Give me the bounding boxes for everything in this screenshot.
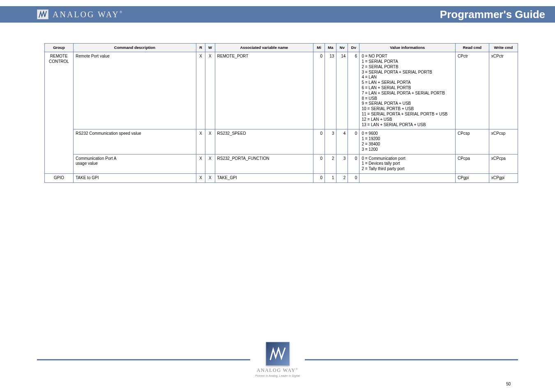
cell-mi: 0 bbox=[313, 173, 325, 182]
cell-desc: TAKE to GPI bbox=[73, 173, 196, 182]
cell-w: X bbox=[205, 173, 215, 182]
document-title: Programmer's Guide bbox=[440, 8, 545, 21]
cell-wcmd: xCPcpa bbox=[489, 154, 518, 173]
col-header-var-name: Associated variable name bbox=[215, 44, 313, 52]
cell-dv: 6 bbox=[348, 52, 359, 129]
cell-nv: 3 bbox=[336, 154, 348, 173]
footer-brand-reg: ® bbox=[295, 367, 298, 371]
col-header-nv: Nv bbox=[336, 44, 348, 52]
footer-tagline: Pioneer in Analog, Leader in Digital bbox=[255, 374, 300, 377]
cell-dv: 0 bbox=[348, 129, 359, 154]
col-header-mi: Mi bbox=[313, 44, 325, 52]
cell-wcmd: xCPcsp bbox=[489, 129, 518, 154]
cell-info: 0 = NO PORT 1 = SERIAL PORTA 2 = SERIAL … bbox=[359, 52, 456, 129]
table-row: GPIO TAKE to GPI X X TAKE_GPI 0 1 2 0 CP… bbox=[45, 173, 518, 182]
table-row: REMOTE CONTROL Remote Port value X X REM… bbox=[45, 52, 518, 129]
cell-var: RS232_SPEED bbox=[215, 129, 313, 154]
cell-rcmd: CPgpi bbox=[456, 173, 489, 182]
cell-ma: 13 bbox=[325, 52, 336, 129]
cell-rcmd: CPcsp bbox=[456, 129, 489, 154]
cell-nv: 14 bbox=[336, 52, 348, 129]
brand-registered: ® bbox=[120, 10, 122, 14]
cell-wcmd: xCPgpi bbox=[489, 173, 518, 182]
cell-nv: 4 bbox=[336, 129, 348, 154]
cell-ma: 1 bbox=[325, 173, 336, 182]
footer: ANALOG WAY® Pioneer in Analog, Leader in… bbox=[0, 342, 555, 377]
col-header-w: W bbox=[205, 44, 215, 52]
col-header-value-info: Value informations bbox=[359, 44, 456, 52]
cell-var: RS232_PORTA_FUNCTION bbox=[215, 154, 313, 173]
cell-r: X bbox=[196, 52, 205, 129]
cell-mi: 0 bbox=[313, 154, 325, 173]
cell-dv: 0 bbox=[348, 173, 359, 182]
cell-rcmd: CPctr bbox=[456, 52, 489, 129]
col-header-read-cmd: Read cmd bbox=[456, 44, 489, 52]
footer-brand-name: ANALOG WAY bbox=[257, 367, 296, 373]
cell-r: X bbox=[196, 154, 205, 173]
cell-r: X bbox=[196, 173, 205, 182]
col-header-cmd-desc: Command description bbox=[73, 44, 196, 52]
cell-dv: 0 bbox=[348, 154, 359, 173]
cell-var: REMOTE_PORT bbox=[215, 52, 313, 129]
cell-info bbox=[359, 173, 456, 182]
col-header-ma: Ma bbox=[325, 44, 336, 52]
cell-desc: Remote Port value bbox=[73, 52, 196, 129]
cell-w: X bbox=[205, 154, 215, 173]
header-bar: ANALOG WAY® Programmer's Guide bbox=[0, 6, 555, 23]
col-header-r: R bbox=[196, 44, 205, 52]
cell-wcmd: xCPctr bbox=[489, 52, 518, 129]
cell-mi: 0 bbox=[313, 52, 325, 129]
cell-desc: Communication Port A usage value bbox=[73, 154, 196, 173]
cell-var: TAKE_GPI bbox=[215, 173, 313, 182]
cell-ma: 3 bbox=[325, 129, 336, 154]
footer-logo-icon bbox=[266, 342, 290, 366]
col-header-group: Group bbox=[45, 44, 74, 52]
cell-w: X bbox=[205, 52, 215, 129]
table-row: RS232 Communication speed value X X RS23… bbox=[45, 129, 518, 154]
cell-mi: 0 bbox=[313, 129, 325, 154]
page-number: 50 bbox=[506, 382, 511, 386]
brand-logo-icon bbox=[37, 9, 48, 19]
footer-rule-left bbox=[37, 359, 250, 360]
content-area: Group Command description R W Associated… bbox=[0, 23, 555, 183]
cell-w: X bbox=[205, 129, 215, 154]
cell-group: GPIO bbox=[45, 173, 74, 182]
cell-rcmd: CPcpa bbox=[456, 154, 489, 173]
col-header-write-cmd: Write cmd bbox=[489, 44, 518, 52]
cell-group: REMOTE CONTROL bbox=[45, 52, 74, 174]
footer-rule-right bbox=[305, 359, 518, 360]
brand-name: ANALOG WAY bbox=[53, 10, 120, 19]
table-header-row: Group Command description R W Associated… bbox=[45, 44, 518, 52]
cell-desc: RS232 Communication speed value bbox=[73, 129, 196, 154]
cell-nv: 2 bbox=[336, 173, 348, 182]
footer-logo-block: ANALOG WAY® Pioneer in Analog, Leader in… bbox=[255, 342, 300, 377]
brand-text: ANALOG WAY® bbox=[53, 10, 122, 19]
col-header-dv: Dv bbox=[348, 44, 359, 52]
cell-ma: 2 bbox=[325, 154, 336, 173]
commands-table: Group Command description R W Associated… bbox=[44, 43, 518, 183]
brand: ANALOG WAY® bbox=[37, 9, 122, 19]
table-row: Communication Port A usage value X X RS2… bbox=[45, 154, 518, 173]
cell-info: 0 = 9600 1 = 19200 2 = 38400 3 = 1200 bbox=[359, 129, 456, 154]
footer-brand-text: ANALOG WAY® bbox=[257, 367, 299, 374]
cell-info: 0 = Communication port 1 = Devices tally… bbox=[359, 154, 456, 173]
cell-r: X bbox=[196, 129, 205, 154]
